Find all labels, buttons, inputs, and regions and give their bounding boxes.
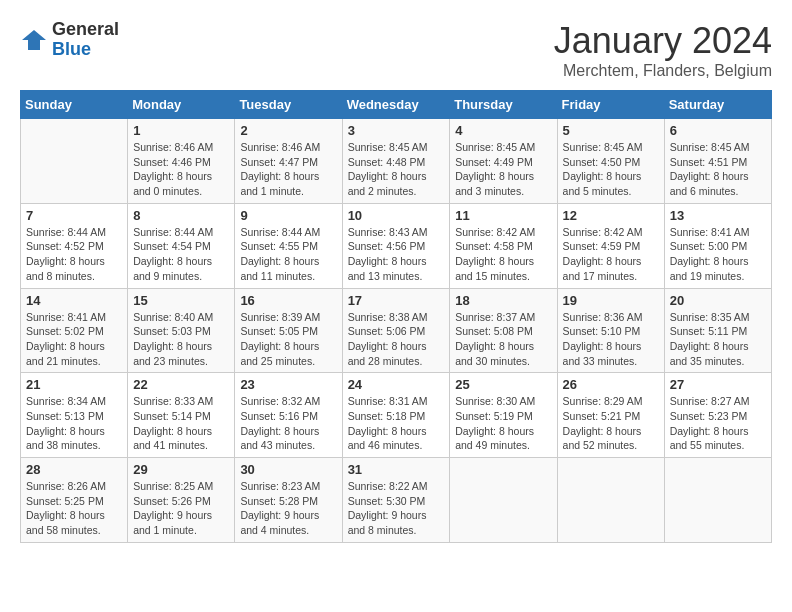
header-cell-sunday: Sunday <box>21 91 128 119</box>
day-info: Sunrise: 8:44 AM Sunset: 4:55 PM Dayligh… <box>240 225 336 284</box>
day-number: 10 <box>348 208 445 223</box>
calendar-cell: 18Sunrise: 8:37 AM Sunset: 5:08 PM Dayli… <box>450 288 557 373</box>
day-info: Sunrise: 8:31 AM Sunset: 5:18 PM Dayligh… <box>348 394 445 453</box>
calendar-cell: 13Sunrise: 8:41 AM Sunset: 5:00 PM Dayli… <box>664 203 771 288</box>
logo-text: General Blue <box>52 20 119 60</box>
day-number: 19 <box>563 293 659 308</box>
day-number: 3 <box>348 123 445 138</box>
day-number: 12 <box>563 208 659 223</box>
day-number: 13 <box>670 208 766 223</box>
calendar-cell: 11Sunrise: 8:42 AM Sunset: 4:58 PM Dayli… <box>450 203 557 288</box>
calendar-cell <box>664 458 771 543</box>
calendar-cell: 16Sunrise: 8:39 AM Sunset: 5:05 PM Dayli… <box>235 288 342 373</box>
calendar-cell: 22Sunrise: 8:33 AM Sunset: 5:14 PM Dayli… <box>128 373 235 458</box>
calendar-cell: 24Sunrise: 8:31 AM Sunset: 5:18 PM Dayli… <box>342 373 450 458</box>
calendar-cell: 5Sunrise: 8:45 AM Sunset: 4:50 PM Daylig… <box>557 119 664 204</box>
day-number: 17 <box>348 293 445 308</box>
day-number: 28 <box>26 462 122 477</box>
header-row: SundayMondayTuesdayWednesdayThursdayFrid… <box>21 91 772 119</box>
day-number: 8 <box>133 208 229 223</box>
calendar-table: SundayMondayTuesdayWednesdayThursdayFrid… <box>20 90 772 543</box>
day-number: 11 <box>455 208 551 223</box>
calendar-cell: 28Sunrise: 8:26 AM Sunset: 5:25 PM Dayli… <box>21 458 128 543</box>
calendar-week-1: 1Sunrise: 8:46 AM Sunset: 4:46 PM Daylig… <box>21 119 772 204</box>
day-number: 15 <box>133 293 229 308</box>
day-info: Sunrise: 8:29 AM Sunset: 5:21 PM Dayligh… <box>563 394 659 453</box>
day-info: Sunrise: 8:37 AM Sunset: 5:08 PM Dayligh… <box>455 310 551 369</box>
main-title: January 2024 <box>554 20 772 62</box>
calendar-cell: 19Sunrise: 8:36 AM Sunset: 5:10 PM Dayli… <box>557 288 664 373</box>
day-number: 30 <box>240 462 336 477</box>
day-number: 5 <box>563 123 659 138</box>
day-info: Sunrise: 8:45 AM Sunset: 4:49 PM Dayligh… <box>455 140 551 199</box>
logo: General Blue <box>20 20 119 60</box>
header-cell-wednesday: Wednesday <box>342 91 450 119</box>
calendar-cell: 17Sunrise: 8:38 AM Sunset: 5:06 PM Dayli… <box>342 288 450 373</box>
header-cell-friday: Friday <box>557 91 664 119</box>
calendar-cell <box>450 458 557 543</box>
calendar-cell: 30Sunrise: 8:23 AM Sunset: 5:28 PM Dayli… <box>235 458 342 543</box>
day-info: Sunrise: 8:32 AM Sunset: 5:16 PM Dayligh… <box>240 394 336 453</box>
calendar-cell: 6Sunrise: 8:45 AM Sunset: 4:51 PM Daylig… <box>664 119 771 204</box>
page-header: General Blue January 2024 Merchtem, Flan… <box>20 20 772 80</box>
day-info: Sunrise: 8:34 AM Sunset: 5:13 PM Dayligh… <box>26 394 122 453</box>
day-number: 25 <box>455 377 551 392</box>
calendar-cell <box>21 119 128 204</box>
day-number: 18 <box>455 293 551 308</box>
calendar-cell: 9Sunrise: 8:44 AM Sunset: 4:55 PM Daylig… <box>235 203 342 288</box>
day-info: Sunrise: 8:44 AM Sunset: 4:52 PM Dayligh… <box>26 225 122 284</box>
day-info: Sunrise: 8:23 AM Sunset: 5:28 PM Dayligh… <box>240 479 336 538</box>
day-number: 29 <box>133 462 229 477</box>
header-cell-monday: Monday <box>128 91 235 119</box>
day-info: Sunrise: 8:46 AM Sunset: 4:46 PM Dayligh… <box>133 140 229 199</box>
day-info: Sunrise: 8:45 AM Sunset: 4:51 PM Dayligh… <box>670 140 766 199</box>
day-info: Sunrise: 8:36 AM Sunset: 5:10 PM Dayligh… <box>563 310 659 369</box>
calendar-cell: 26Sunrise: 8:29 AM Sunset: 5:21 PM Dayli… <box>557 373 664 458</box>
header-cell-thursday: Thursday <box>450 91 557 119</box>
calendar-body: 1Sunrise: 8:46 AM Sunset: 4:46 PM Daylig… <box>21 119 772 543</box>
day-number: 23 <box>240 377 336 392</box>
calendar-week-3: 14Sunrise: 8:41 AM Sunset: 5:02 PM Dayli… <box>21 288 772 373</box>
day-number: 27 <box>670 377 766 392</box>
day-number: 9 <box>240 208 336 223</box>
day-number: 6 <box>670 123 766 138</box>
day-number: 2 <box>240 123 336 138</box>
day-info: Sunrise: 8:46 AM Sunset: 4:47 PM Dayligh… <box>240 140 336 199</box>
calendar-week-2: 7Sunrise: 8:44 AM Sunset: 4:52 PM Daylig… <box>21 203 772 288</box>
day-number: 20 <box>670 293 766 308</box>
day-number: 7 <box>26 208 122 223</box>
svg-marker-0 <box>22 30 46 50</box>
day-number: 26 <box>563 377 659 392</box>
calendar-cell: 10Sunrise: 8:43 AM Sunset: 4:56 PM Dayli… <box>342 203 450 288</box>
day-info: Sunrise: 8:40 AM Sunset: 5:03 PM Dayligh… <box>133 310 229 369</box>
calendar-cell: 2Sunrise: 8:46 AM Sunset: 4:47 PM Daylig… <box>235 119 342 204</box>
logo-general: General <box>52 20 119 40</box>
day-number: 22 <box>133 377 229 392</box>
day-info: Sunrise: 8:42 AM Sunset: 4:58 PM Dayligh… <box>455 225 551 284</box>
day-number: 1 <box>133 123 229 138</box>
calendar-cell: 27Sunrise: 8:27 AM Sunset: 5:23 PM Dayli… <box>664 373 771 458</box>
day-info: Sunrise: 8:33 AM Sunset: 5:14 PM Dayligh… <box>133 394 229 453</box>
day-number: 24 <box>348 377 445 392</box>
calendar-cell: 25Sunrise: 8:30 AM Sunset: 5:19 PM Dayli… <box>450 373 557 458</box>
calendar-week-4: 21Sunrise: 8:34 AM Sunset: 5:13 PM Dayli… <box>21 373 772 458</box>
calendar-cell: 20Sunrise: 8:35 AM Sunset: 5:11 PM Dayli… <box>664 288 771 373</box>
day-number: 31 <box>348 462 445 477</box>
day-number: 16 <box>240 293 336 308</box>
day-info: Sunrise: 8:26 AM Sunset: 5:25 PM Dayligh… <box>26 479 122 538</box>
calendar-cell: 31Sunrise: 8:22 AM Sunset: 5:30 PM Dayli… <box>342 458 450 543</box>
subtitle: Merchtem, Flanders, Belgium <box>554 62 772 80</box>
day-info: Sunrise: 8:43 AM Sunset: 4:56 PM Dayligh… <box>348 225 445 284</box>
calendar-cell: 23Sunrise: 8:32 AM Sunset: 5:16 PM Dayli… <box>235 373 342 458</box>
calendar-cell: 4Sunrise: 8:45 AM Sunset: 4:49 PM Daylig… <box>450 119 557 204</box>
header-cell-tuesday: Tuesday <box>235 91 342 119</box>
day-number: 14 <box>26 293 122 308</box>
day-info: Sunrise: 8:25 AM Sunset: 5:26 PM Dayligh… <box>133 479 229 538</box>
calendar-cell <box>557 458 664 543</box>
header-cell-saturday: Saturday <box>664 91 771 119</box>
day-info: Sunrise: 8:41 AM Sunset: 5:00 PM Dayligh… <box>670 225 766 284</box>
calendar-cell: 14Sunrise: 8:41 AM Sunset: 5:02 PM Dayli… <box>21 288 128 373</box>
day-info: Sunrise: 8:44 AM Sunset: 4:54 PM Dayligh… <box>133 225 229 284</box>
calendar-cell: 12Sunrise: 8:42 AM Sunset: 4:59 PM Dayli… <box>557 203 664 288</box>
day-info: Sunrise: 8:27 AM Sunset: 5:23 PM Dayligh… <box>670 394 766 453</box>
